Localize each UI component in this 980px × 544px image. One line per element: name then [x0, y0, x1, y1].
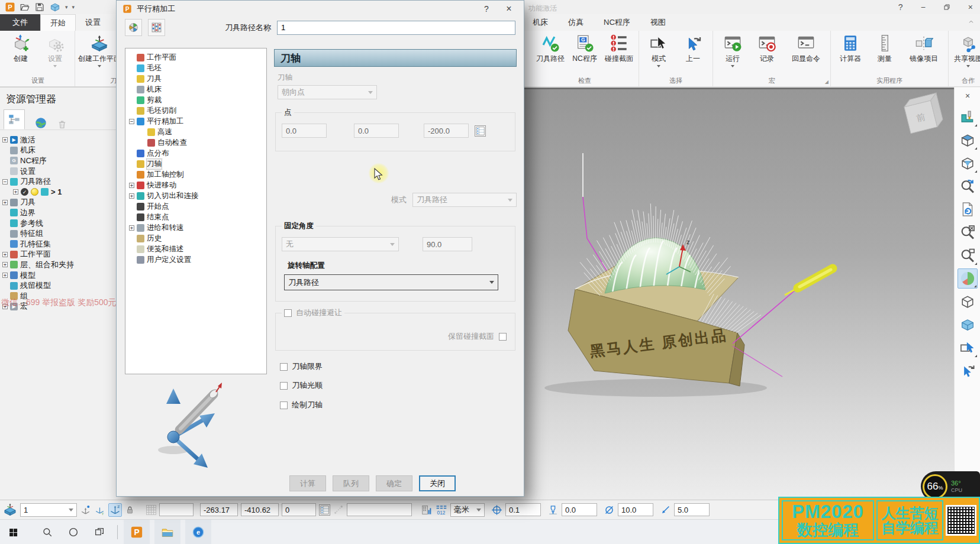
- taskbar-file-explorer-icon[interactable]: [154, 520, 180, 544]
- ribbon-tab-right-0[interactable]: 机床: [533, 14, 548, 31]
- expander-icon[interactable]: +: [2, 137, 8, 143]
- machine-check-icon[interactable]: [958, 107, 978, 127]
- select-box-icon[interactable]: [958, 338, 978, 358]
- view-options-icon[interactable]: [125, 19, 142, 36]
- explorer-item-5[interactable]: +✓> 1: [2, 187, 116, 197]
- angle-input[interactable]: [674, 503, 710, 516]
- explorer-item-14[interactable]: 残留模型: [2, 280, 116, 291]
- snap-input[interactable]: [159, 503, 194, 516]
- dialog-button-2[interactable]: 确定: [376, 475, 412, 491]
- expander-icon[interactable]: +: [129, 193, 134, 199]
- task-view-icon[interactable]: [86, 520, 112, 544]
- ribbon-tab-right-1[interactable]: 仿真: [568, 14, 584, 31]
- expander-icon[interactable]: +: [2, 252, 8, 257]
- ribbon-button-cube-gear[interactable]: 设置: [38, 33, 72, 76]
- expander-icon[interactable]: +: [129, 183, 134, 188]
- lock-icon[interactable]: [125, 505, 135, 515]
- dialog-tree-item-16[interactable]: +进给和转速: [129, 222, 265, 233]
- dialog-tree-item-9[interactable]: 点分布: [129, 148, 265, 158]
- close-button[interactable]: ×: [968, 2, 973, 12]
- tool-axis-select[interactable]: 朝向点: [278, 85, 377, 99]
- draw-axis-checkbox[interactable]: [280, 401, 288, 409]
- minimize-button[interactable]: −: [921, 2, 926, 12]
- explorer-item-9[interactable]: 特征组: [2, 228, 116, 239]
- ribbon-tab-right-3[interactable]: 视图: [650, 14, 666, 31]
- expander-icon[interactable]: +: [2, 273, 8, 278]
- point-y-input[interactable]: [354, 124, 399, 138]
- expander-icon[interactable]: +: [2, 262, 8, 267]
- explorer-item-2[interactable]: GNC程序: [2, 156, 116, 166]
- web-icon[interactable]: [34, 116, 47, 129]
- expander-icon[interactable]: +: [13, 189, 18, 195]
- ribbon-tab-2[interactable]: 设置: [76, 14, 110, 31]
- cursor-x-input[interactable]: [200, 503, 238, 516]
- expander-icon[interactable]: −: [2, 179, 8, 184]
- dialog-tree-item-0[interactable]: 工作平面: [129, 52, 265, 63]
- diameter-input[interactable]: [618, 503, 653, 516]
- ribbon-button-select-mode[interactable]: 模式: [642, 33, 675, 76]
- expander-icon[interactable]: −: [129, 119, 134, 124]
- explorer-item-13[interactable]: +模型: [2, 270, 116, 281]
- cursor-y-input[interactable]: [241, 503, 279, 516]
- shaded-view-icon[interactable]: [958, 268, 978, 289]
- search-icon[interactable]: [34, 520, 60, 544]
- select-undo-icon[interactable]: [958, 361, 978, 381]
- explorer-item-0[interactable]: +▶激活: [2, 135, 116, 145]
- ribbon-button-mirror-project[interactable]: 镜像项目: [902, 33, 945, 76]
- help-button[interactable]: ?: [898, 2, 903, 12]
- measure-distance-icon[interactable]: [333, 504, 344, 515]
- auto-collision-checkbox[interactable]: [284, 309, 292, 317]
- block-icon[interactable]: [49, 1, 61, 13]
- wireframe-view-icon[interactable]: [958, 292, 978, 312]
- explorer-item-10[interactable]: 孔特征集: [2, 239, 116, 250]
- open-folder-icon[interactable]: [20, 2, 30, 12]
- block-view-icon[interactable]: [958, 315, 978, 335]
- dialog-tree-item-19[interactable]: 用户定义设置: [129, 254, 265, 265]
- iso-view-icon[interactable]: [958, 130, 978, 150]
- graphics-viewport[interactable]: 前 z: [524, 88, 954, 500]
- dialog-tree-item-8[interactable]: 自动检查: [129, 137, 265, 148]
- dialog-tree-item-7[interactable]: 高速: [129, 127, 265, 137]
- taskbar-powermill-icon[interactable]: P: [124, 520, 150, 544]
- fixed-angle-input[interactable]: [423, 237, 472, 251]
- axis-z-lock-icon[interactable]: Z: [108, 503, 122, 517]
- fixed-angle-select[interactable]: 无: [282, 237, 399, 251]
- ribbon-button-workplane-create[interactable]: 创建工作平面: [78, 33, 121, 76]
- grid-snap-icon[interactable]: [146, 505, 156, 515]
- ribbon-button-cube-axes[interactable]: 创建: [4, 33, 37, 76]
- qat-customize-icon[interactable]: ▾: [72, 4, 75, 10]
- expander-icon[interactable]: +: [2, 304, 8, 309]
- ribbon-button-collision-section[interactable]: 碰撞截面: [602, 33, 636, 76]
- dialog-button-0[interactable]: 计算: [289, 475, 326, 491]
- rotary-axis-select[interactable]: 刀具路径: [284, 274, 498, 290]
- dialog-tree-item-10[interactable]: 刀轴: [129, 158, 265, 169]
- cortana-icon[interactable]: [60, 520, 86, 544]
- units-select[interactable]: 毫米: [450, 503, 485, 517]
- taskbar-browser-icon[interactable]: e: [185, 520, 211, 544]
- group-launcher-icon[interactable]: ◢: [825, 79, 829, 85]
- toolpath-name-input[interactable]: [277, 21, 515, 35]
- keep-section-checkbox[interactable]: [499, 333, 507, 341]
- workplane-status-icon[interactable]: [3, 503, 17, 517]
- ribbon-tab-right-2[interactable]: NC程序: [604, 14, 630, 31]
- dialog-tree-item-2[interactable]: 刀具: [129, 73, 265, 84]
- explorer-item-16[interactable]: +▶宏: [2, 302, 116, 312]
- explorer-item-11[interactable]: +工作平面: [2, 250, 116, 260]
- explorer-item-12[interactable]: +层、组合和夹持: [2, 260, 116, 270]
- tolerance-input[interactable]: [505, 503, 541, 516]
- dialog-tree-item-18[interactable]: 便笺和描述: [129, 244, 265, 254]
- ribbon-tab-0[interactable]: 文件: [0, 14, 40, 31]
- view-cube[interactable]: 前: [903, 93, 944, 133]
- explorer-item-8[interactable]: 参考线: [2, 218, 116, 229]
- dialog-tree-item-11[interactable]: 加工轴控制: [129, 169, 265, 180]
- thickness-input[interactable]: [562, 503, 597, 516]
- ribbon-button-select-previous[interactable]: 上一: [676, 33, 710, 76]
- point-x-input[interactable]: [282, 124, 327, 138]
- ribbon-button-measure[interactable]: 测量: [868, 33, 901, 76]
- refresh-view-icon[interactable]: [958, 199, 978, 219]
- trash-icon[interactable]: [57, 119, 67, 129]
- digits-count-icon[interactable]: 012: [435, 504, 447, 516]
- dialog-tree-item-1[interactable]: 毛坯: [129, 63, 265, 73]
- zoom-box-icon[interactable]: [958, 245, 978, 265]
- explorer-item-15[interactable]: 组: [2, 291, 116, 302]
